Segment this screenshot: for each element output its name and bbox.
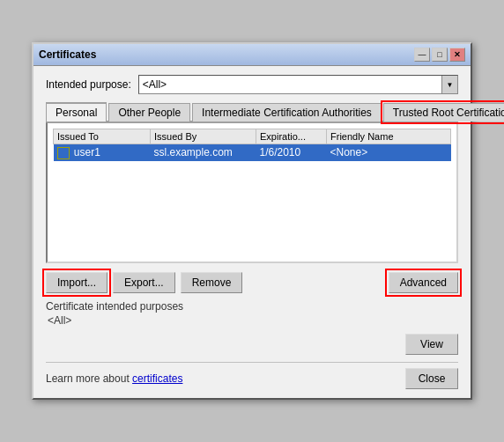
cert-purposes-label: Certificate intended purposes [46,300,458,313]
dialog-title: Certificates [39,48,96,61]
col-header-issued-by[interactable]: Issued By [151,129,256,144]
certificates-link[interactable]: certificates [132,372,182,385]
intended-purpose-select-wrapper: <All>Server AuthenticationClient Authent… [138,75,458,94]
maximize-button[interactable]: □ [432,48,448,62]
tab-content-personal: Issued To Issued By Expiratio... Friendl… [46,122,458,263]
intended-purpose-label: Intended purpose: [46,78,131,91]
intended-purpose-row: Intended purpose: <All>Server Authentica… [46,75,458,94]
divider [46,362,458,363]
export-button[interactable]: Export... [113,272,175,293]
certificates-dialog: Certificates — □ ✕ Intended purpose: <Al… [32,42,472,400]
cert-purposes-value: <All> [48,314,458,327]
certificates-table: Issued To Issued By Expiratio... Friendl… [53,129,451,161]
import-button[interactable]: Import... [46,272,107,293]
close-button[interactable]: Close [405,368,458,389]
advanced-button[interactable]: Advanced [389,272,458,293]
action-buttons-row: Import... Export... Remove Advanced [46,272,458,293]
learn-more-text: Learn more about certificates [46,372,182,385]
tab-personal[interactable]: Personal [46,102,107,122]
table-row[interactable]: user1 ssl.example.com 1/6/2010 <None> [54,144,451,161]
cert-purposes-section: Certificate intended purposes <All> [46,300,458,327]
tab-trusted-root[interactable]: Trusted Root Certification [383,103,504,122]
minimize-button[interactable]: — [414,48,430,62]
dialog-body: Intended purpose: <All>Server Authentica… [33,66,471,398]
close-title-button[interactable]: ✕ [449,48,465,62]
title-bar: Certificates — □ ✕ [33,44,471,66]
remove-button[interactable]: Remove [181,272,243,293]
col-header-expiration[interactable]: Expiratio... [256,129,327,144]
cell-issued-by: ssl.example.com [151,144,256,161]
cell-issued-to: user1 [54,144,151,161]
col-header-issued-to[interactable]: Issued To [54,129,151,144]
view-button[interactable]: View [405,334,458,355]
cell-friendly-name: <None> [327,144,451,161]
cell-expiration: 1/6/2010 [256,144,327,161]
footer-row: Learn more about certificates Close [46,368,458,389]
intended-purpose-select[interactable]: <All>Server AuthenticationClient Authent… [138,75,458,94]
col-header-friendly-name[interactable]: Friendly Name [327,129,451,144]
tab-other-people[interactable]: Other People [108,103,190,122]
tabs-container: Personal Other People Intermediate Certi… [46,101,458,122]
cert-icon [57,147,70,159]
title-bar-buttons: — □ ✕ [414,48,465,62]
tab-intermediate[interactable]: Intermediate Certification Authorities [192,103,382,122]
view-button-row: View [46,334,458,355]
